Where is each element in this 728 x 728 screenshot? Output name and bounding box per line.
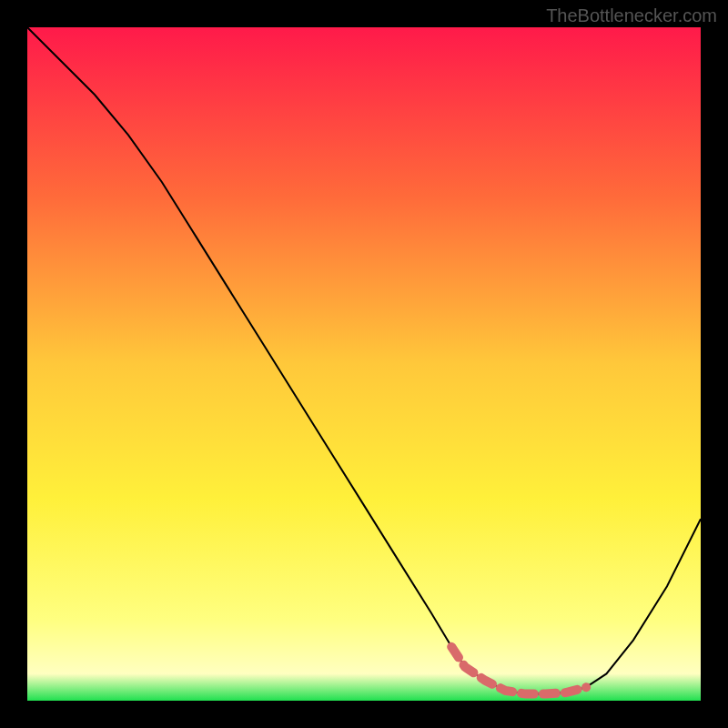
bottleneck-chart (27, 27, 701, 701)
chart-svg (27, 27, 701, 701)
chart-background (27, 27, 701, 701)
watermark-text: TheBottlenecker.com (546, 5, 717, 26)
